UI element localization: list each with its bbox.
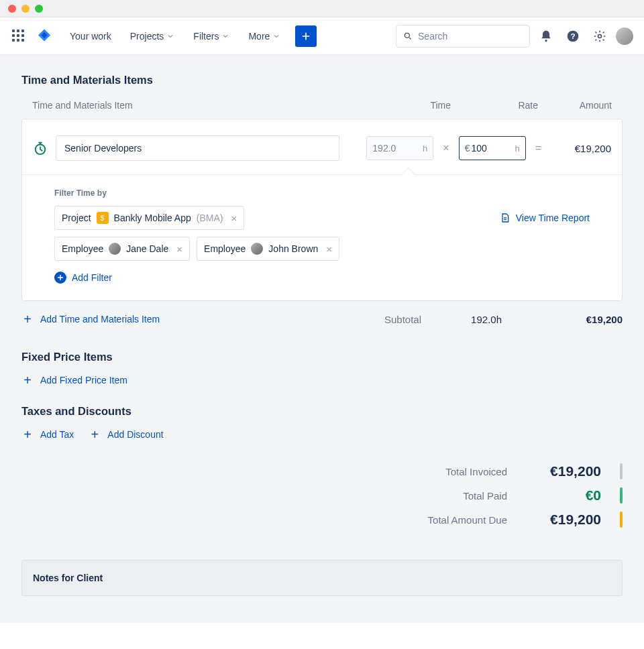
- multiply-symbol: ×: [441, 142, 450, 154]
- filter-chip-employee-2[interactable]: Employee John Brown ×: [197, 237, 339, 261]
- notifications-icon[interactable]: [535, 25, 557, 47]
- total-due-label: Total Amount Due: [428, 514, 507, 526]
- currency-symbol: €: [465, 143, 470, 154]
- search-input[interactable]: [418, 31, 523, 42]
- window-close-dot[interactable]: [8, 5, 16, 13]
- total-paid-value: €0: [521, 487, 601, 504]
- chevron-down-icon: [272, 32, 280, 40]
- rate-unit: h: [515, 143, 519, 154]
- time-display[interactable]: 192.0 h: [366, 136, 433, 160]
- settings-icon[interactable]: [589, 25, 610, 47]
- total-paid-label: Total Paid: [463, 490, 507, 501]
- filter-chip-employee-1[interactable]: Employee Jane Dale ×: [54, 237, 190, 261]
- total-invoiced-label: Total Invoiced: [445, 466, 507, 477]
- total-due-row: Total Amount Due €19,200: [21, 508, 623, 532]
- nav-more-label: More: [248, 31, 270, 42]
- view-report-label: View Time Report: [516, 213, 590, 223]
- taxes-discounts-section: Taxes and Discounts + Add Tax + Add Disc…: [21, 405, 623, 440]
- notes-title: Notes for Client: [33, 573, 103, 583]
- nav-projects-label: Projects: [130, 31, 164, 42]
- chevron-down-icon: [166, 32, 174, 40]
- add-discount-button[interactable]: + Add Discount: [89, 428, 163, 440]
- window-zoom-dot[interactable]: [35, 5, 43, 13]
- rate-input[interactable]: €100 h: [459, 136, 526, 160]
- chip-project-name: Bankly Mobile App: [114, 213, 191, 223]
- circle-plus-icon: [54, 272, 66, 284]
- stopwatch-icon: [33, 141, 48, 156]
- plus-icon: +: [89, 428, 101, 440]
- status-bar-green: [620, 487, 623, 504]
- chip-remove-icon[interactable]: ×: [228, 213, 237, 224]
- svg-point-0: [405, 33, 409, 38]
- chip-remove-icon[interactable]: ×: [323, 243, 332, 255]
- tm-column-headers: Time and Materials Item Time Rate Amount: [21, 97, 623, 119]
- chip-type-label: Employee: [204, 243, 246, 254]
- create-button[interactable]: [295, 25, 317, 47]
- page-content: Time and Materials Items Time and Materi…: [0, 55, 644, 623]
- subtotal-time: 192.0h: [421, 314, 515, 325]
- nav-filters[interactable]: Filters: [186, 27, 236, 46]
- nav-more[interactable]: More: [241, 27, 287, 46]
- total-invoiced-value: €19,200: [521, 463, 601, 479]
- mac-window-titlebar: [0, 0, 644, 17]
- search-icon: [403, 31, 413, 42]
- add-tm-item-button[interactable]: + Add Time and Materials Item: [21, 313, 160, 325]
- global-nav: Your work Projects Filters More ?: [0, 17, 644, 55]
- add-tax-button[interactable]: + Add Tax: [21, 428, 74, 440]
- notes-for-client-panel[interactable]: Notes for Client: [21, 560, 623, 596]
- app-switcher-icon[interactable]: [11, 28, 27, 44]
- subtotal-label: Subtotal: [384, 314, 421, 325]
- fixed-section-title: Fixed Price Items: [21, 351, 623, 363]
- equals-symbol: =: [534, 142, 543, 154]
- svg-point-1: [545, 40, 547, 42]
- status-bar-orange: [620, 512, 623, 528]
- nav-projects[interactable]: Projects: [123, 27, 182, 46]
- help-icon[interactable]: ?: [562, 25, 584, 47]
- tm-section-title: Time and Materials Items: [21, 74, 623, 86]
- tm-item-row: 192.0 h × €100 h = €19,200: [22, 119, 622, 174]
- plus-icon: +: [21, 428, 34, 440]
- time-unit: h: [423, 143, 427, 154]
- chip-employee-name: John Brown: [268, 243, 318, 254]
- status-bar-grey: [620, 463, 623, 479]
- total-invoiced-row: Total Invoiced €19,200: [21, 459, 623, 483]
- chip-project-code: (BMA): [197, 213, 223, 223]
- item-amount: €19,200: [551, 143, 611, 154]
- svg-text:?: ?: [570, 32, 575, 40]
- nav-your-work-label: Your work: [70, 31, 111, 42]
- totals-section: Total Invoiced €19,200 Total Paid €0 Tot…: [21, 459, 623, 532]
- add-tax-label: Add Tax: [40, 429, 74, 440]
- subtotal-amount: €19,200: [515, 314, 623, 325]
- add-filter-button[interactable]: Add Filter: [54, 272, 112, 284]
- plus-icon: +: [21, 313, 34, 325]
- jira-logo-icon[interactable]: [36, 28, 52, 44]
- add-filter-label: Add Filter: [72, 272, 112, 283]
- user-avatar[interactable]: [616, 27, 633, 45]
- chip-type-label: Project: [62, 213, 91, 223]
- nav-filters-label: Filters: [193, 31, 219, 42]
- window-minimize-dot[interactable]: [21, 5, 30, 13]
- time-value: 192.0: [372, 143, 396, 154]
- item-name-input[interactable]: [56, 135, 339, 161]
- total-paid-row: Total Paid €0: [21, 483, 623, 508]
- plus-icon: +: [21, 374, 34, 386]
- filter-chip-project[interactable]: Project $ Bankly Mobile App (BMA) ×: [54, 206, 244, 230]
- tm-item-card: 192.0 h × €100 h = €19,200 Filter Time b…: [21, 119, 623, 301]
- col-header-amount: Amount: [538, 100, 612, 111]
- col-header-item: Time and Materials Item: [32, 100, 377, 111]
- chip-remove-icon[interactable]: ×: [174, 243, 182, 255]
- view-time-report-link[interactable]: View Time Report: [500, 213, 590, 223]
- add-fixed-price-button[interactable]: + Add Fixed Price Item: [21, 374, 127, 386]
- employee-avatar: [109, 243, 121, 255]
- global-search[interactable]: [396, 25, 530, 48]
- employee-avatar: [251, 243, 263, 255]
- rate-value: 100: [471, 143, 486, 154]
- chip-employee-name: Jane Dale: [126, 243, 168, 254]
- fixed-price-section: Fixed Price Items + Add Fixed Price Item: [21, 351, 623, 386]
- document-icon: [500, 213, 511, 223]
- filters-panel: Filter Time by Project $ Bankly Mobile A…: [22, 175, 622, 300]
- total-due-value: €19,200: [521, 512, 601, 528]
- add-fixed-label: Add Fixed Price Item: [40, 375, 127, 386]
- nav-your-work[interactable]: Your work: [63, 27, 118, 46]
- add-tm-item-label: Add Time and Materials Item: [40, 314, 160, 324]
